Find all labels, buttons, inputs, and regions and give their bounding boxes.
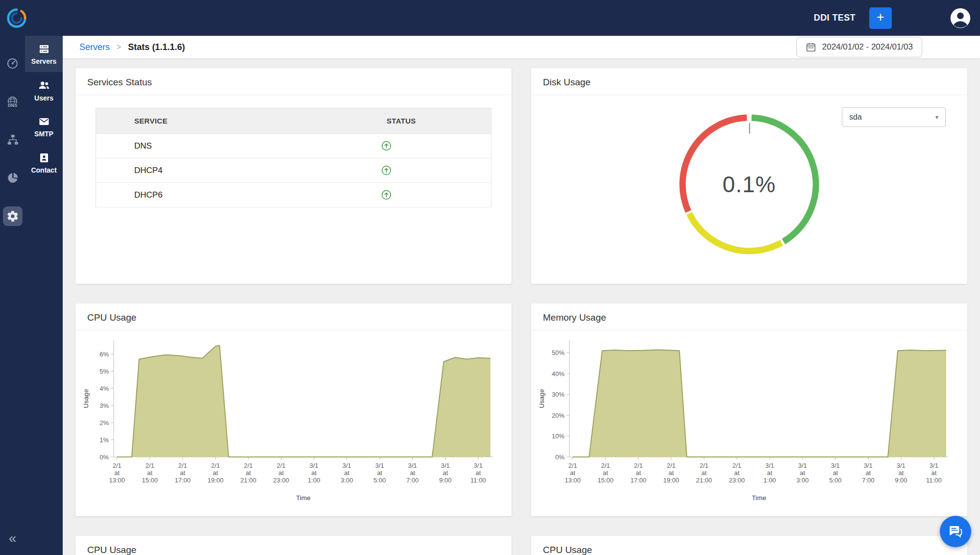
cpu-usage-chart: 0%1%2%3%4%5%6%2/1at13:002/1at15:002/1at1… (79, 332, 508, 504)
bottom-left-card: CPU Usage (75, 536, 512, 555)
svg-text:0%: 0% (99, 454, 109, 461)
svg-text:at: at (344, 469, 349, 477)
svg-text:30%: 30% (552, 391, 564, 398)
svg-text:3/1: 3/1 (930, 462, 938, 469)
svg-text:at: at (311, 469, 317, 477)
svg-text:3:00: 3:00 (796, 477, 808, 484)
svg-text:2/1: 2/1 (568, 462, 577, 469)
svg-text:3/1: 3/1 (375, 462, 384, 469)
svg-text:50%: 50% (552, 349, 564, 356)
svg-text:2%: 2% (99, 419, 109, 427)
org-selector[interactable]: DDI TEST (814, 13, 856, 23)
svg-text:2/1: 2/1 (601, 462, 610, 469)
status-up-icon (381, 165, 392, 176)
svg-text:5%: 5% (99, 368, 109, 375)
svg-text:at: at (865, 469, 871, 477)
svg-text:2/1: 2/1 (244, 462, 253, 469)
svg-text:1:00: 1:00 (308, 477, 320, 484)
svg-text:at: at (800, 469, 805, 477)
svg-text:6%: 6% (99, 351, 109, 358)
sidebar-item-users[interactable]: Users (25, 72, 63, 108)
breadcrumb: Servers > Stats (1.1.1.6) 2024/01/02 - 2… (63, 36, 980, 58)
topbar-right: DDI TEST + (814, 7, 980, 29)
svg-text:13:00: 13:00 (564, 477, 581, 484)
svg-text:Time: Time (752, 494, 766, 502)
services-status-card: Services Status SERVICE STATUS DNS (75, 68, 512, 284)
icon-rail: DNS « (0, 36, 25, 555)
sidebar-item-servers[interactable]: Servers (25, 36, 63, 72)
svg-text:3/1: 3/1 (474, 462, 483, 469)
svg-text:23:00: 23:00 (729, 477, 745, 484)
rail-item-dns[interactable]: DNS (3, 92, 23, 111)
table-header-row: SERVICE STATUS (96, 108, 491, 134)
user-avatar[interactable] (950, 7, 971, 29)
svg-text:11:00: 11:00 (470, 477, 486, 484)
svg-text:2/1: 2/1 (700, 462, 709, 469)
svg-text:17:00: 17:00 (630, 477, 646, 484)
card-title: CPU Usage (87, 545, 500, 555)
date-range-picker[interactable]: 2024/01/02 - 2024/01/03 (796, 37, 922, 57)
contact-card-icon (38, 152, 50, 164)
column-header-status: STATUS (294, 108, 491, 134)
rail-item-topology[interactable] (3, 130, 23, 150)
date-range-value: 2024/01/02 - 2024/01/03 (822, 42, 913, 52)
sidebar-item-smtp[interactable]: SMTP (25, 108, 63, 145)
disk-device-select[interactable]: sda ▾ (842, 107, 946, 127)
sidebar-item-label: Servers (31, 57, 56, 65)
svg-text:17:00: 17:00 (174, 477, 191, 484)
svg-text:at: at (475, 469, 481, 477)
svg-text:at: at (701, 469, 707, 477)
service-status-cell (294, 158, 491, 183)
page-title: Stats (1.1.1.6) (128, 42, 185, 52)
users-icon (38, 79, 50, 92)
card-title: CPU Usage (87, 312, 500, 323)
svg-text:3/1: 3/1 (864, 462, 873, 469)
collapse-sidebar-button[interactable]: « (0, 531, 25, 545)
dns-icon-label: DNS (7, 103, 18, 108)
svg-text:at: at (377, 469, 382, 477)
svg-text:2/1: 2/1 (634, 462, 643, 469)
app-logo[interactable] (4, 7, 29, 29)
status-up-icon (381, 140, 392, 151)
person-icon (950, 7, 971, 29)
gauge-value: 0.1% (676, 111, 823, 258)
svg-text:9:00: 9:00 (895, 477, 907, 484)
rail-item-settings[interactable] (3, 206, 23, 226)
svg-text:21:00: 21:00 (696, 477, 712, 484)
card-header: CPU Usage (531, 536, 967, 555)
add-button[interactable]: + (869, 7, 892, 29)
rail-item-dashboard[interactable] (3, 53, 23, 73)
card-header: CPU Usage (75, 303, 512, 330)
card-header: Disk Usage (531, 68, 967, 95)
breadcrumb-servers-link[interactable]: Servers (79, 42, 110, 52)
sidebar-item-contact[interactable]: Contact (25, 145, 63, 181)
svg-text:21:00: 21:00 (240, 477, 256, 484)
svg-text:5:00: 5:00 (829, 477, 841, 484)
svg-text:3:00: 3:00 (341, 477, 353, 484)
topbar: DDI TEST + (0, 0, 980, 36)
svg-text:at: at (668, 469, 674, 477)
svg-text:2/1: 2/1 (667, 462, 676, 469)
sidebar-item-label: Users (34, 94, 53, 102)
rail-item-reports[interactable] (3, 168, 23, 188)
card-title: CPU Usage (543, 545, 956, 555)
svg-text:1:00: 1:00 (763, 477, 776, 484)
disk-usage-card: Disk Usage sda ▾ 0.1% (531, 68, 967, 284)
sidebar-menu: Servers Users SMTP Contact (25, 36, 63, 555)
svg-text:at: at (278, 469, 284, 477)
dashboard-grid: Services Status SERVICE STATUS DNS (63, 58, 980, 555)
service-status-cell (294, 134, 491, 158)
svg-text:15:00: 15:00 (597, 477, 613, 484)
chat-fab[interactable] (940, 516, 971, 547)
svg-text:3/1: 3/1 (441, 462, 450, 469)
card-header: CPU Usage (75, 536, 512, 555)
service-name: DHCP6 (96, 183, 294, 207)
svg-text:at: at (114, 469, 120, 477)
svg-text:at: at (213, 469, 218, 477)
table-row: DNS (96, 134, 491, 158)
disk-device-value: sda (849, 113, 862, 122)
pie-chart-icon (6, 172, 19, 184)
svg-text:3/1: 3/1 (310, 462, 318, 469)
svg-text:19:00: 19:00 (663, 477, 679, 484)
topology-icon (6, 133, 19, 146)
